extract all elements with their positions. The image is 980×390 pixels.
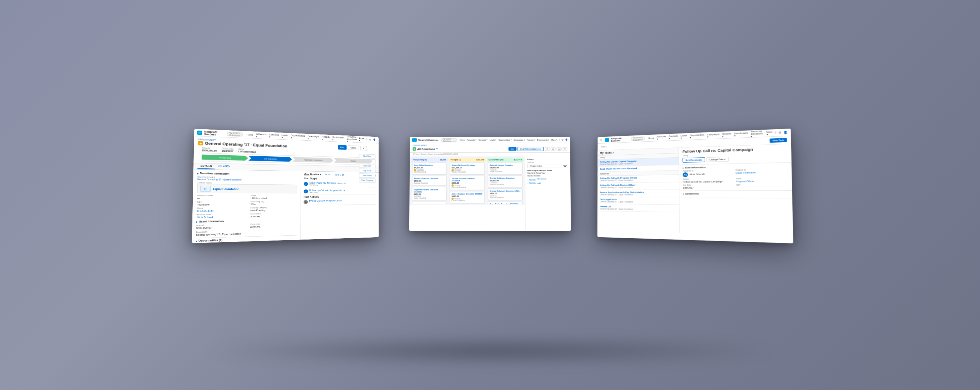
new-donation-btn[interactable]: New <box>509 147 517 151</box>
user-icon-center[interactable]: 👤 <box>565 138 568 141</box>
nav-dashboards-left[interactable]: Dashboards ▾ <box>332 136 344 141</box>
card-name-1[interactable]: Amy Gillen Donation <box>414 164 445 166</box>
stage-prospecting[interactable]: Prospecting <box>202 154 248 160</box>
right-nav-reports[interactable]: Reports ▾ <box>722 132 731 137</box>
task-item-5[interactable]: Review Application with Key Stakeholders… <box>598 190 679 197</box>
new-event-btn[interactable]: New Event <box>359 173 375 178</box>
user-icon-right[interactable]: 👤 <box>783 130 788 134</box>
right-nav-home[interactable]: Home <box>648 136 654 139</box>
log-call-btn[interactable]: Log a Call <box>359 168 375 173</box>
card-name-6[interactable]: Tyrone Jackson Donation 2/22/2016 <box>452 177 483 181</box>
right-nav-recurring[interactable]: Recurring Donations ▾ <box>751 129 764 137</box>
card-name-8[interactable]: Deborah Ledger Donation <box>490 164 521 166</box>
right-nav-leads[interactable]: Leads ▾ <box>681 134 687 139</box>
tab-timeline[interactable]: View Timeline ▾ <box>304 173 321 176</box>
right-nav-opp[interactable]: Opportunities ▾ <box>690 133 704 138</box>
tab-email[interactable]: Email <box>325 173 330 176</box>
activity-title-2[interactable]: Follow Up Call with Program Officer <box>309 189 376 192</box>
new-note-btn[interactable]: New Note <box>359 154 375 158</box>
email-ack-btn[interactable]: Email Acknowledgements <box>517 147 544 151</box>
nav-reports-left[interactable]: Reports ▾ <box>322 135 330 140</box>
name-value[interactable]: Program Officer <box>736 179 788 182</box>
center-nav-more[interactable]: More ▾ <box>551 139 557 141</box>
search-bar-center[interactable]: 🔍 Search Salesforce <box>441 138 457 141</box>
activity-title-3[interactable]: Phone Call with Program Officer <box>309 200 376 202</box>
sf-logo-left: SF <box>197 130 202 135</box>
card-name-9[interactable]: Brenda Robinson Donation <box>490 177 521 179</box>
view-company-btn[interactable]: View Company <box>359 178 375 182</box>
new-task-button[interactable]: New Task <box>770 138 787 143</box>
right-nav-accounts[interactable]: Accounts ▾ <box>657 135 666 140</box>
nav-accounts-left[interactable]: Accounts ▾ <box>256 133 267 138</box>
related-to-value[interactable]: Equal Foundation <box>736 171 788 174</box>
stage-application[interactable]: Application Submitted <box>293 157 333 163</box>
card-name-7[interactable]: James Camper Donation 6/9/2016 <box>452 193 483 195</box>
tab-log-call[interactable]: Log a Call <box>334 173 344 176</box>
nav-opportunities-left[interactable]: Opportunities ▾ <box>291 134 305 139</box>
card-name-5[interactable]: Arlene Williams Donation <box>452 164 483 166</box>
kanban-filter-btn[interactable]: ▼ <box>563 147 568 151</box>
tasks-arrow[interactable]: ▾ <box>613 151 614 154</box>
card-name-3[interactable]: Raymond Tucker Donation 1/12/2013 <box>414 188 445 193</box>
task-title-6: Draft Application <box>600 198 676 201</box>
opp-type-label: Opportunity Record Type <box>527 172 544 174</box>
card-name-11[interactable]: Erum Dollar Donation 7/29/2016 <box>490 203 521 203</box>
right-nav-more[interactable]: More ▾ <box>766 130 773 135</box>
edit-comments-btn[interactable]: Edit Comments <box>682 157 705 163</box>
add-filter-btn[interactable]: + Add Filter <box>527 179 536 181</box>
nav-campaigns-left[interactable]: Campaigns ▾ <box>307 135 319 140</box>
settings-icon-center[interactable]: ⚙ <box>562 138 563 141</box>
task-item-6[interactable]: Draft Application General Operating '17 … <box>598 197 679 205</box>
task-item-3[interactable]: Follow Up Call with Program Officer Gene… <box>598 174 679 183</box>
maximize-btn[interactable]: ⊡ <box>600 139 602 141</box>
add-filter-logic-btn[interactable]: + Add Filter Logic <box>528 182 568 184</box>
edit-button[interactable]: Edit <box>338 145 347 150</box>
user-icon-left[interactable]: 👤 <box>373 138 376 141</box>
task-icon-1: ✓ <box>304 182 308 186</box>
tab-details[interactable]: DETAILS <box>197 163 215 170</box>
card-name-2[interactable]: Andrea Oshrozat Donation <box>414 177 445 179</box>
show-me-select[interactable]: All opportunities <box>527 164 568 168</box>
search-bar-right[interactable]: 🔍 Search Salesforce <box>631 136 645 140</box>
right-nav-contacts[interactable]: Contacts ▾ <box>669 135 678 140</box>
center-nav-campaigns[interactable]: Campaigns ▾ <box>514 139 525 141</box>
right-nav-campaigns[interactable]: Campaigns ▾ <box>707 133 720 138</box>
tab-related[interactable]: RELATED <box>215 163 233 170</box>
kanban-dropdown-arrow[interactable]: ▾ <box>436 147 438 150</box>
change-date-btn[interactable]: Change Date ▾ <box>706 157 729 162</box>
col-closedwon-header: Closed/Won (99) $31,445 <box>487 157 523 162</box>
nav-recurring-left[interactable]: Recurring Donations ▾ <box>347 135 357 142</box>
nav-contacts-left[interactable]: Contacts ▾ <box>269 133 279 138</box>
help-icon-left[interactable]: ? <box>366 138 368 141</box>
settings-icon-right[interactable]: ⚙ <box>778 130 781 134</box>
more-actions-button[interactable]: ▾ <box>360 146 367 150</box>
center-nav-opportunities[interactable]: Opportunities ▾ <box>498 139 512 141</box>
nav-leads-left[interactable]: Leads ▾ <box>282 133 288 138</box>
center-nav-accounts[interactable]: Accounts ▾ <box>467 139 476 141</box>
new-task-btn[interactable]: New Task <box>359 163 375 168</box>
center-nav-contacts[interactable]: Contacts ▾ <box>478 139 487 141</box>
stage-loi[interactable]: LOI Submitted <box>248 156 292 162</box>
nav-home-left[interactable]: Home <box>247 133 253 136</box>
center-nav-reports[interactable]: Reports ▾ <box>527 139 535 141</box>
kanban-chart-btn[interactable]: 📊 <box>557 147 562 151</box>
card-name-10[interactable]: Andrea Oshrozat Donation 1/31/... <box>490 190 521 192</box>
kanban-grid-btn[interactable]: ⊞ <box>551 147 556 151</box>
center-nav-dashboards[interactable]: Dashboards ▾ <box>538 139 549 141</box>
help-icon-right[interactable]: ? <box>775 131 776 134</box>
settings-icon-left[interactable]: ⚙ <box>369 138 371 141</box>
help-icon-center[interactable]: ? <box>558 138 560 141</box>
task-item-4[interactable]: Follow Up Call with Region Officer Gener… <box>598 182 679 190</box>
search-bar-left[interactable]: 🔍 Search Salesforce <box>227 132 243 136</box>
kanban-view-btn[interactable]: ≡ <box>545 147 550 151</box>
clone-button[interactable]: Clone <box>348 145 359 150</box>
assigned-to-text[interactable]: Alicia Schmidt <box>689 173 705 176</box>
name-field: Name Program Officer <box>736 177 788 182</box>
right-nav-dashboards[interactable]: Dashboards ▾ <box>734 131 748 137</box>
center-nav-leads[interactable]: Leads ▾ <box>490 139 496 141</box>
remove-all-btn[interactable]: Remove All <box>538 178 546 181</box>
center-nav-home[interactable]: Home <box>460 139 465 141</box>
nav-more-left[interactable]: More ▾ <box>360 137 364 141</box>
activity-item-3: 📞 Phone Call with Program Officer <box>304 198 376 205</box>
task-item-7[interactable]: Submit LOI General Operating '17 · Equal… <box>598 204 679 212</box>
